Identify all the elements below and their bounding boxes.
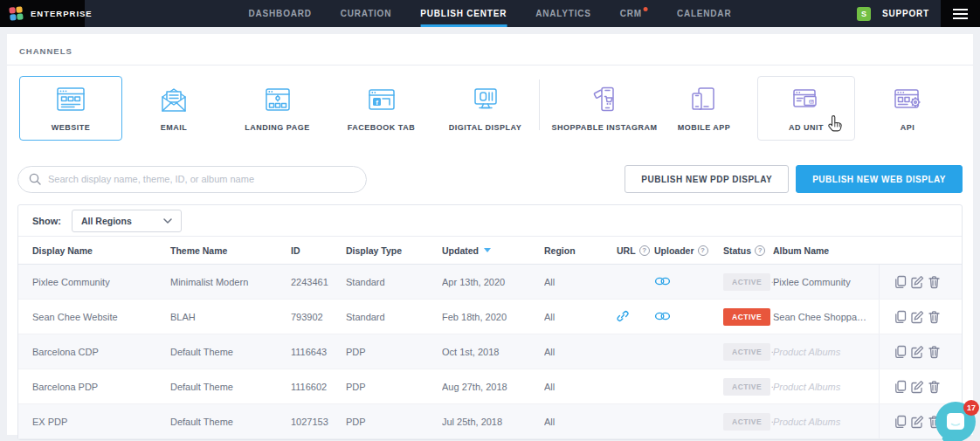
header-display-name: Display Name [32, 245, 170, 256]
delete-button[interactable] [928, 345, 941, 359]
nav-item-calendar[interactable]: CALENDAR [677, 0, 732, 27]
duplicate-button[interactable] [894, 380, 908, 394]
duplicate-button[interactable] [894, 345, 908, 359]
channel-email[interactable]: EMAIL [122, 76, 225, 141]
table-row: Barcelona CDP Default Theme 1116643 PDP … [18, 334, 962, 369]
cell-display-name[interactable]: Barcelona CDP [32, 347, 170, 357]
cell-updated: Oct 1st, 2018 [442, 347, 544, 357]
status-badge: ACTIVE [723, 413, 770, 431]
region-dropdown[interactable]: All Regions [72, 210, 182, 232]
publish-new-pdp-display-button[interactable]: PUBLISH NEW PDP DISPLAY [625, 165, 789, 193]
row-actions [879, 369, 962, 403]
cell-theme-name: Default Theme [170, 382, 291, 392]
channel-ad-unit[interactable]: Ad AD UNIT [757, 76, 855, 141]
cell-display-name[interactable]: Barcelona PDP [32, 382, 170, 392]
header-id: ID [291, 245, 346, 256]
cell-album-name: Product Albums [773, 382, 879, 392]
channel-api[interactable]: API [855, 76, 960, 141]
nav-item-publish-center[interactable]: PUBLISH CENTER [420, 0, 507, 27]
cell-updated: Feb 18th, 2020 [442, 312, 544, 322]
search-input[interactable] [48, 174, 355, 184]
status-badge: ACTIVE [723, 378, 770, 396]
status-badge: ACTIVE [723, 308, 770, 326]
header-display-type: Display Type [346, 245, 442, 256]
main-content: CHANNELS WEBSITE [7, 34, 973, 435]
row-actions [879, 265, 962, 299]
cell-status: ACTIVE [723, 343, 773, 361]
table-row: Barcelona PDP Default Theme 1116602 PDP … [18, 369, 962, 404]
cell-updated: Aug 27th, 2018 [442, 382, 544, 392]
table-row: Pixlee Community Minimalist Modern 22434… [18, 265, 962, 300]
publish-new-web-display-button[interactable]: PUBLISH NEW WEB DISPLAY [796, 165, 963, 193]
channel-digital-display[interactable]: DIGITAL DISPLAY [433, 76, 537, 141]
nav-item-dashboard[interactable]: DASHBOARD [249, 0, 312, 27]
header-theme-name: Theme Name [170, 245, 291, 256]
cell-display-name[interactable]: Pixlee Community [32, 277, 170, 287]
delete-button[interactable] [928, 310, 941, 324]
svg-text:f: f [376, 98, 378, 106]
uploader-link-icon[interactable] [654, 276, 671, 286]
edit-button[interactable] [910, 415, 925, 429]
cell-display-type: Standard [346, 312, 442, 322]
cell-theme-name: BLAH [170, 312, 291, 322]
table-header-row: Display Name Theme Name ID Display Type … [18, 237, 962, 265]
cell-display-type: PDP [346, 417, 442, 427]
nav-item-analytics[interactable]: ANALYTICS [535, 0, 591, 27]
sort-desc-icon [484, 248, 491, 252]
chevron-down-icon [163, 218, 172, 224]
cell-album-name: Product Albums [773, 417, 879, 427]
delete-button[interactable] [928, 275, 941, 289]
delete-button[interactable] [928, 380, 941, 394]
table-filter-row: Show: All Regions [18, 205, 962, 237]
displays-table: Show: All Regions Display Name Theme Nam… [17, 204, 963, 440]
cell-display-name[interactable]: EX PDP [32, 417, 170, 427]
header-album-name: Album Name [773, 245, 879, 256]
url-link-icon[interactable] [617, 310, 629, 322]
cell-uploader [654, 276, 723, 288]
cell-status: ACTIVE [723, 378, 773, 396]
support-link[interactable]: SUPPORT [882, 9, 929, 18]
hamburger-menu-icon[interactable] [941, 0, 980, 27]
cell-theme-name: Minimalist Modern [170, 277, 291, 287]
channel-facebook-tab[interactable]: f FACEBOOK TAB [329, 76, 433, 141]
nav-item-crm[interactable]: CRM [620, 0, 648, 27]
chat-icon [945, 412, 966, 431]
status-help-icon[interactable]: ? [755, 245, 765, 256]
row-actions [879, 300, 962, 334]
nav-right: S SUPPORT [857, 0, 980, 27]
edit-button[interactable] [910, 345, 925, 359]
cell-id: 1116643 [291, 347, 346, 357]
edit-button[interactable] [910, 310, 925, 324]
search-box[interactable] [17, 166, 367, 193]
cell-theme-name: Default Theme [170, 417, 291, 427]
cell-region: All [544, 382, 617, 392]
duplicate-button[interactable] [894, 275, 908, 289]
duplicate-button[interactable] [894, 415, 908, 429]
channel-website[interactable]: WEBSITE [19, 76, 122, 141]
url-help-icon[interactable]: ? [639, 245, 650, 256]
api-icon [888, 86, 927, 115]
publish-buttons: PUBLISH NEW PDP DISPLAY PUBLISH NEW WEB … [625, 165, 963, 193]
user-avatar[interactable]: S [857, 7, 871, 21]
email-icon [155, 86, 193, 115]
duplicate-button[interactable] [894, 310, 908, 324]
channel-shoppable-instagram[interactable]: SHOPPABLE INSTAGRAM [544, 76, 665, 141]
channel-mobile-app[interactable]: MOBILE APP [665, 76, 743, 141]
nav-item-curation[interactable]: CURATION [341, 0, 391, 27]
cell-id: 793902 [291, 312, 346, 322]
channel-landing-page[interactable]: LANDING PAGE [225, 76, 329, 141]
facebook-tab-icon: f [362, 86, 401, 115]
main-nav: DASHBOARD CURATION PUBLISH CENTER ANALYT… [249, 0, 732, 27]
uploader-link-icon[interactable] [654, 311, 671, 321]
cell-display-name[interactable]: Sean Chee Website [32, 312, 170, 322]
chat-unread-badge: 17 [963, 400, 979, 416]
header-updated[interactable]: Updated [442, 245, 544, 256]
brand-logo[interactable]: ENTERPRISE [0, 0, 85, 27]
edit-button[interactable] [910, 380, 925, 394]
channels-section-label: CHANNELS [7, 34, 973, 65]
channels-divider [539, 79, 540, 130]
brand-name: ENTERPRISE [31, 9, 93, 18]
header-status: Status? [723, 245, 773, 256]
uploader-help-icon[interactable]: ? [698, 245, 708, 256]
edit-button[interactable] [910, 275, 925, 289]
